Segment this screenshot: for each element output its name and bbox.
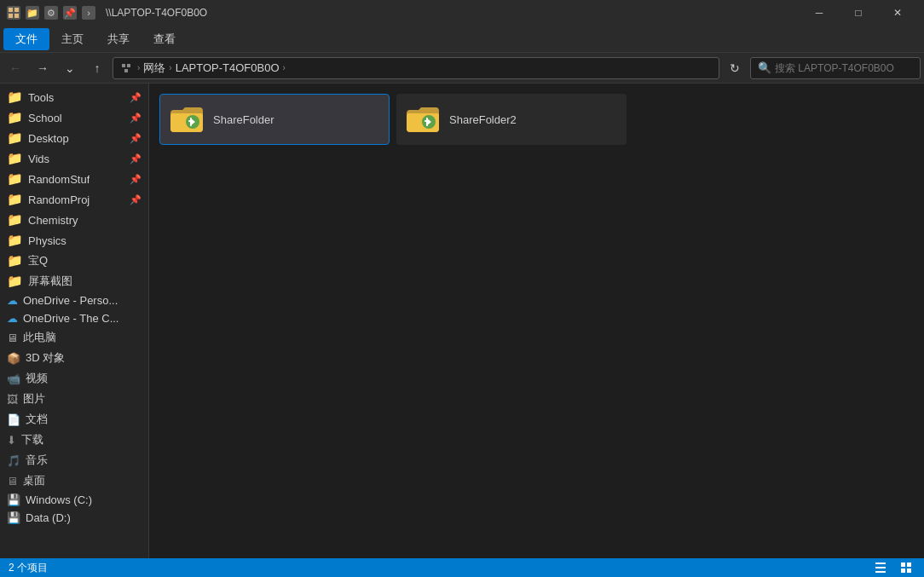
folder-icon: 📁 bbox=[7, 233, 23, 248]
sidebar-item-documents[interactable]: 📄 文档 bbox=[0, 409, 148, 430]
sidebar-item-tools[interactable]: 📁 Tools 📌 bbox=[0, 87, 148, 107]
pc-icon: 🖥 bbox=[7, 332, 18, 344]
sidebar-item-thispc[interactable]: 🖥 此电脑 bbox=[0, 327, 148, 348]
pin-icon[interactable]: 📌 bbox=[63, 6, 77, 20]
status-bar: 2 个项目 bbox=[0, 558, 924, 577]
sidebar-item-randomproj[interactable]: 📁 RandomProj 📌 bbox=[0, 189, 148, 210]
pin-indicator: 📌 bbox=[130, 174, 141, 185]
sidebar-item-screenshot[interactable]: 📁 屏幕截图 bbox=[0, 271, 148, 291]
pin-indicator: 📌 bbox=[130, 133, 141, 144]
sidebar-item-desktop[interactable]: 📁 Desktop 📌 bbox=[0, 128, 148, 148]
search-box[interactable]: 🔍 bbox=[750, 57, 921, 79]
folder-icon: 📁 bbox=[7, 130, 23, 146]
sidebar-item-desktop2[interactable]: 🖥 桌面 bbox=[0, 470, 148, 491]
3d-icon: 📦 bbox=[7, 352, 20, 365]
sidebar-label-3dobj: 3D 对象 bbox=[26, 350, 65, 366]
sidebar-label-pictures: 图片 bbox=[23, 391, 45, 407]
onedrive-icon: ☁ bbox=[7, 312, 18, 325]
drive-c-icon: 💾 bbox=[7, 493, 20, 506]
main-area: 📁 Tools 📌 📁 School 📌 📁 Desktop 📌 📁 Vids … bbox=[0, 84, 924, 558]
sidebar-label-documents: 文档 bbox=[26, 412, 48, 427]
sidebar-label-baoq: 宝Q bbox=[28, 253, 48, 268]
sidebar-label-drive-d: Data (D:) bbox=[26, 511, 71, 524]
pin-indicator: 📌 bbox=[130, 113, 141, 124]
music-icon: 🎵 bbox=[7, 454, 20, 467]
folder-icon: 📁 bbox=[7, 274, 23, 289]
sidebar-item-physics[interactable]: 📁 Physics bbox=[0, 230, 148, 251]
sidebar-item-onedrive-personal[interactable]: ☁ OneDrive - Perso... bbox=[0, 291, 148, 309]
large-icons-view-button[interactable] bbox=[897, 558, 915, 577]
sidebar-label-music: 音乐 bbox=[26, 453, 48, 468]
svg-rect-4 bbox=[122, 64, 125, 67]
svg-rect-13 bbox=[875, 563, 886, 564]
dropdown-button[interactable]: ⌄ bbox=[58, 56, 82, 80]
sidebar-item-chemistry[interactable]: 📁 Chemistry bbox=[0, 210, 148, 230]
sidebar-label-tools: Tools bbox=[28, 91, 54, 104]
path-network[interactable] bbox=[120, 61, 134, 75]
sidebar-label-vids: Vids bbox=[28, 153, 49, 165]
search-input[interactable] bbox=[775, 62, 913, 74]
sidebar-item-school[interactable]: 📁 School 📌 bbox=[0, 107, 148, 128]
maximize-button[interactable]: □ bbox=[839, 0, 878, 26]
folder-name-1: ShareFolder bbox=[213, 113, 274, 126]
pin-indicator: 📌 bbox=[130, 92, 141, 103]
close-button[interactable]: ✕ bbox=[878, 0, 917, 26]
pictures-icon: 🖼 bbox=[7, 393, 18, 406]
menu-home[interactable]: 主页 bbox=[49, 28, 95, 50]
svg-rect-6 bbox=[124, 69, 128, 72]
svg-rect-19 bbox=[907, 568, 911, 573]
folder-icon: 📁 bbox=[7, 110, 23, 125]
svg-rect-5 bbox=[127, 64, 130, 67]
path-network-label[interactable]: 网络 bbox=[143, 61, 165, 76]
folder-item-sharefolder2[interactable]: ShareFolder2 bbox=[396, 94, 627, 145]
sidebar-item-pictures[interactable]: 🖼 图片 bbox=[0, 389, 148, 409]
sidebar-item-drive-c[interactable]: 💾 Windows (C:) bbox=[0, 491, 148, 509]
sidebar-item-3dobj[interactable]: 📦 3D 对象 bbox=[0, 348, 148, 368]
search-icon: 🔍 bbox=[758, 61, 771, 74]
path-arrow-1: › bbox=[137, 63, 140, 72]
desktop-icon: 🖥 bbox=[7, 475, 18, 488]
onedrive-icon: ☁ bbox=[7, 294, 18, 307]
sidebar-label-randomproj: RandomProj bbox=[28, 193, 90, 206]
new-folder-icon[interactable]: 📁 bbox=[26, 6, 39, 20]
status-bar-right bbox=[871, 558, 915, 577]
folder-icon: 📁 bbox=[7, 151, 23, 166]
title-bar: 📁 ⚙ 📌 › \\LAPTOP-T4OF0B0O ─ □ ✕ bbox=[0, 0, 924, 26]
folder-item-sharefolder[interactable]: ShareFolder bbox=[159, 94, 390, 145]
folder-thumb-2 bbox=[405, 101, 441, 137]
sidebar-label-thispc: 此电脑 bbox=[23, 330, 56, 345]
title-bar-controls: ─ □ ✕ bbox=[800, 0, 917, 26]
sidebar: 📁 Tools 📌 📁 School 📌 📁 Desktop 📌 📁 Vids … bbox=[0, 84, 149, 558]
menu-file[interactable]: 文件 bbox=[3, 28, 49, 50]
more-icon[interactable]: › bbox=[82, 6, 95, 20]
minimize-button[interactable]: ─ bbox=[800, 0, 839, 26]
sidebar-label-desktop: Desktop bbox=[28, 132, 69, 145]
details-view-button[interactable] bbox=[871, 558, 890, 577]
sidebar-label-school: School bbox=[28, 112, 62, 124]
pin-indicator: 📌 bbox=[130, 194, 141, 205]
sidebar-item-vids[interactable]: 📁 Vids 📌 bbox=[0, 148, 148, 169]
sidebar-item-music[interactable]: 🎵 音乐 bbox=[0, 450, 148, 470]
back-button[interactable]: ← bbox=[3, 56, 27, 80]
up-button[interactable]: ↑ bbox=[85, 56, 109, 80]
menu-view[interactable]: 查看 bbox=[141, 28, 188, 50]
svg-rect-1 bbox=[14, 8, 19, 12]
sidebar-item-drive-d[interactable]: 💾 Data (D:) bbox=[0, 509, 148, 527]
forward-button[interactable]: → bbox=[31, 56, 55, 80]
sidebar-label-desktop2: 桌面 bbox=[23, 473, 45, 488]
sidebar-item-onedrive-company[interactable]: ☁ OneDrive - The C... bbox=[0, 309, 148, 327]
sidebar-item-baoq[interactable]: 📁 宝Q bbox=[0, 251, 148, 271]
refresh-button[interactable]: ↻ bbox=[723, 56, 747, 80]
folder-name-2: ShareFolder2 bbox=[449, 113, 517, 126]
properties-icon[interactable]: ⚙ bbox=[44, 6, 58, 20]
documents-icon: 📄 bbox=[7, 413, 20, 426]
app-icon bbox=[7, 6, 20, 20]
address-path[interactable]: › 网络 › LAPTOP-T4OF0B0O › bbox=[113, 57, 719, 79]
path-laptop-label[interactable]: LAPTOP-T4OF0B0O bbox=[176, 61, 280, 74]
sidebar-item-videos[interactable]: 📹 视频 bbox=[0, 368, 148, 389]
sidebar-item-randomstuf[interactable]: 📁 RandomStuf 📌 bbox=[0, 169, 148, 189]
menu-share[interactable]: 共享 bbox=[95, 28, 141, 50]
drive-d-icon: 💾 bbox=[7, 511, 20, 524]
sidebar-item-downloads[interactable]: ⬇ 下载 bbox=[0, 430, 148, 450]
pin-indicator: 📌 bbox=[130, 153, 141, 164]
